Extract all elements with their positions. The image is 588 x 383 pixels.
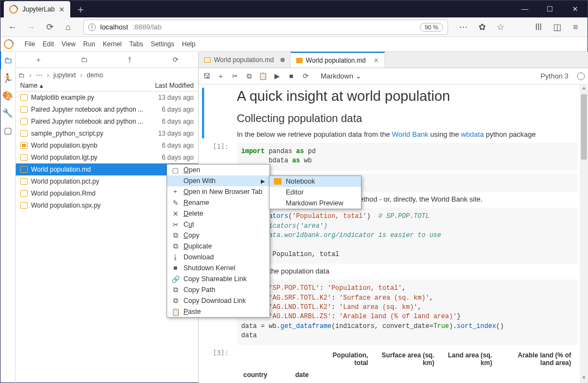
bookmark-star-icon[interactable]: ☆ (493, 20, 508, 35)
insert-cell-button[interactable]: ＋ (216, 71, 225, 81)
fb-new-button[interactable]: ＋ (16, 55, 62, 65)
file-row[interactable]: Paired Jupyter notebook and python ...6 … (16, 115, 198, 127)
kernel-name[interactable]: Python 3 (541, 72, 568, 80)
menu-view[interactable]: View (62, 40, 76, 48)
menu-item-icon: ✕ (171, 210, 179, 218)
submenu-item[interactable]: Markdown Preview (270, 198, 361, 209)
submenu-item[interactable]: Editor (270, 187, 361, 198)
tools-tab-icon[interactable]: 🔧 (0, 104, 15, 121)
output-prompt: [3]: (213, 349, 229, 357)
jupyter-favicon-icon (8, 3, 20, 16)
sidebar-icon[interactable]: ◫ (549, 20, 565, 35)
context-menu-item[interactable]: 🔗Copy Shareable Link (167, 273, 270, 284)
context-menu-item[interactable]: ■Shutdown Kernel (167, 263, 270, 273)
fb-upload-button[interactable]: ⭱ (107, 56, 153, 64)
stop-kernel-button[interactable]: ■ (287, 72, 296, 80)
nav-forward-button[interactable]: → (23, 20, 39, 35)
context-menu-item[interactable]: +Open in New Browser Tab (167, 186, 270, 197)
scroll-up-icon[interactable]: ▴ (580, 84, 588, 93)
paste-cell-button[interactable]: 📋 (259, 72, 267, 80)
url-bar[interactable]: i localhost:8889/lab 90 % (83, 20, 448, 35)
file-row[interactable]: Matplotlib example.py13 days ago (16, 92, 198, 104)
context-menu-item[interactable]: ✎Rename (167, 197, 270, 208)
file-row[interactable]: Paired Jupyter notebook and python ...6 … (16, 104, 198, 115)
doc-tab-title: World population.md (214, 56, 274, 64)
commands-tab-icon[interactable]: 🎨 (0, 87, 15, 104)
tab-close-icon[interactable]: ✕ (59, 5, 65, 14)
col-modified: Last Modified (155, 82, 194, 89)
doc-tab[interactable]: World population.md ✕ (291, 52, 385, 68)
window-minimize-button[interactable]: — (512, 1, 537, 17)
menu-item-icon: ▢ (171, 166, 179, 174)
running-tab-icon[interactable]: 🏃 (0, 69, 15, 87)
menu-run[interactable]: Run (83, 40, 95, 48)
breadcrumb-ellipsis[interactable]: ⋯ (36, 71, 42, 79)
context-menu-item[interactable]: ✕Delete (167, 208, 270, 219)
menu-item-icon: ✎ (171, 199, 179, 207)
breadcrumb-part[interactable]: jupytext (53, 71, 76, 79)
home-icon[interactable]: 🗀 (19, 71, 25, 79)
menu-file[interactable]: File (24, 40, 35, 48)
nav-back-button[interactable]: ← (5, 20, 20, 35)
save-button[interactable]: 🖫 (202, 72, 211, 80)
link-wbdata[interactable]: wbdata (461, 130, 484, 138)
zoom-badge[interactable]: 90 % (420, 23, 443, 32)
file-icon (20, 118, 28, 125)
copy-cell-button[interactable]: ⧉ (244, 72, 253, 81)
link-worldbank[interactable]: World Bank (392, 130, 428, 138)
file-icon (204, 57, 211, 63)
tabs-tab-icon[interactable]: ▢ (0, 121, 15, 139)
app-menu-icon[interactable]: ≡ (568, 20, 583, 35)
context-menu-item[interactable]: ▢Open (167, 165, 270, 175)
fb-newfolder-button[interactable]: 🗀 (62, 56, 107, 64)
submenu-item-icon (274, 178, 281, 185)
nav-reload-button[interactable]: ⟳ (42, 20, 57, 35)
context-menu-item[interactable]: ⧉Copy (167, 230, 270, 241)
fb-refresh-button[interactable]: ⟳ (152, 56, 198, 64)
menu-item-icon: 📋 (171, 308, 179, 316)
menu-settings[interactable]: Settings (151, 40, 174, 48)
menu-edit[interactable]: Edit (42, 40, 54, 48)
context-menu-item[interactable]: ⧉Copy Path (167, 284, 270, 295)
file-row[interactable]: World population.lgt.py6 days ago (16, 151, 198, 163)
menu-item-icon: ✂ (171, 221, 179, 229)
filelist-header[interactable]: Name ▴ Last Modified (16, 80, 198, 92)
window-maximize-button[interactable]: ☐ (537, 1, 562, 17)
menu-kernel[interactable]: Kernel (103, 40, 122, 48)
vertical-scrollbar[interactable]: ▴ ▾ (580, 84, 588, 383)
library-icon[interactable]: ⅼⅼⅼ (531, 20, 546, 35)
nav-home-button[interactable]: ⌂ (60, 20, 76, 35)
doc-tab[interactable]: World population.md (199, 52, 291, 68)
file-name: Paired Jupyter notebook and python ... (31, 118, 162, 125)
cell-type-select[interactable]: Markdown ⌄ (321, 72, 362, 80)
site-info-icon[interactable]: i (88, 23, 96, 31)
menu-help[interactable]: Help (182, 40, 195, 48)
new-tab-button[interactable]: ＋ (76, 3, 85, 16)
context-menu-item[interactable]: Open With▶ (167, 175, 270, 186)
breadcrumb-part[interactable]: demo (87, 71, 103, 79)
cut-cell-button[interactable]: ✂ (230, 72, 239, 80)
filebrowser-toolbar: ＋ 🗀 ⭱ ⟳ (16, 52, 198, 68)
filebrowser-tab-icon[interactable]: 🗀 (0, 52, 15, 69)
kernel-status-icon (577, 72, 585, 80)
window-close-button[interactable]: ✕ (562, 1, 587, 17)
restart-kernel-button[interactable]: ⟳ (301, 72, 310, 80)
scroll-down-icon[interactable]: ▾ (580, 374, 588, 383)
context-menu-item[interactable]: ⧉Copy Download Link (167, 295, 270, 306)
menu-tabs[interactable]: Tabs (130, 40, 143, 48)
run-cell-button[interactable]: ▶ (273, 72, 281, 80)
context-menu-item[interactable]: ⭳Download (167, 252, 270, 263)
submenu-item[interactable]: Notebook (270, 176, 361, 187)
scrollbar-thumb[interactable] (581, 94, 587, 160)
file-row[interactable]: sample_python_script.py13 days ago (16, 127, 198, 139)
browser-toolbar: ← → ⟳ ⌂ i localhost:8889/lab 90 % ⋯ ✿ ☆ … (1, 17, 587, 37)
context-menu-item[interactable]: ✂Cut (167, 219, 270, 230)
context-menu-item[interactable]: 📋Paste (167, 306, 270, 317)
browser-tab[interactable]: JupyterLab ✕ (4, 1, 70, 17)
reader-icon[interactable]: ✿ (474, 20, 489, 35)
context-menu-item[interactable]: ⧉Duplicate (167, 241, 270, 252)
file-row[interactable]: World population.ipynb6 days ago (16, 139, 198, 151)
tab-close-icon[interactable]: ✕ (373, 57, 379, 64)
page-actions-icon[interactable]: ⋯ (456, 20, 471, 35)
markdown-cell[interactable]: A quick insight at world population Coll… (215, 88, 578, 138)
